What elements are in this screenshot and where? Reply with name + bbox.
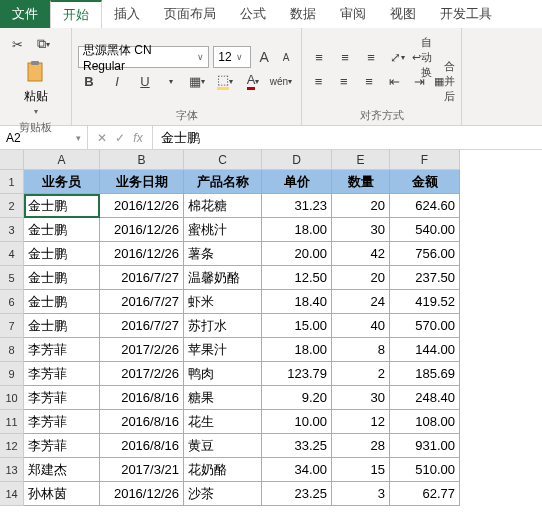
cell-B2[interactable]: 2016/12/26 [100, 194, 184, 218]
cell-E12[interactable]: 28 [332, 434, 390, 458]
header-cell[interactable]: 金额 [390, 170, 460, 194]
col-head-C[interactable]: C [184, 150, 262, 170]
cell-E4[interactable]: 42 [332, 242, 390, 266]
cell-D13[interactable]: 34.00 [262, 458, 332, 482]
cell-A6[interactable]: 金士鹏 [24, 290, 100, 314]
header-cell[interactable]: 产品名称 [184, 170, 262, 194]
tab-layout[interactable]: 页面布局 [152, 0, 228, 28]
row-head-9[interactable]: 9 [0, 362, 24, 386]
col-head-D[interactable]: D [262, 150, 332, 170]
row-head-11[interactable]: 11 [0, 410, 24, 434]
cell-C6[interactable]: 虾米 [184, 290, 262, 314]
indent-inc-icon[interactable]: ⇥ [409, 70, 430, 92]
font-name-combo[interactable]: 思源黑体 CN Regular∨ [78, 46, 209, 68]
cell-B4[interactable]: 2016/12/26 [100, 242, 184, 266]
cell-F14[interactable]: 62.77 [390, 482, 460, 506]
tab-data[interactable]: 数据 [278, 0, 328, 28]
cell-C11[interactable]: 花生 [184, 410, 262, 434]
cell-C4[interactable]: 薯条 [184, 242, 262, 266]
fill-color-button[interactable]: ⬚▾ [214, 70, 236, 92]
row-head-1[interactable]: 1 [0, 170, 24, 194]
row-head-10[interactable]: 10 [0, 386, 24, 410]
row-head-6[interactable]: 6 [0, 290, 24, 314]
cell-E8[interactable]: 8 [332, 338, 390, 362]
row-head-8[interactable]: 8 [0, 338, 24, 362]
row-head-13[interactable]: 13 [0, 458, 24, 482]
cell-B14[interactable]: 2016/12/26 [100, 482, 184, 506]
tab-devtools[interactable]: 开发工具 [428, 0, 504, 28]
cancel-icon[interactable]: ✕ [94, 131, 110, 145]
cell-F11[interactable]: 108.00 [390, 410, 460, 434]
cell-E11[interactable]: 12 [332, 410, 390, 434]
align-bottom-icon[interactable]: ≡ [360, 46, 382, 68]
cell-C8[interactable]: 苹果汁 [184, 338, 262, 362]
cell-A4[interactable]: 金士鹏 [24, 242, 100, 266]
tab-file[interactable]: 文件 [0, 0, 50, 28]
cell-C12[interactable]: 黄豆 [184, 434, 262, 458]
cell-A13[interactable]: 郑建杰 [24, 458, 100, 482]
row-head-14[interactable]: 14 [0, 482, 24, 506]
row-head-2[interactable]: 2 [0, 194, 24, 218]
cell-B13[interactable]: 2017/3/21 [100, 458, 184, 482]
cell-C2[interactable]: 棉花糖 [184, 194, 262, 218]
col-head-F[interactable]: F [390, 150, 460, 170]
col-head-A[interactable]: A [24, 150, 100, 170]
row-head-3[interactable]: 3 [0, 218, 24, 242]
cell-E10[interactable]: 30 [332, 386, 390, 410]
cell-B7[interactable]: 2016/7/27 [100, 314, 184, 338]
cell-A14[interactable]: 孙林茵 [24, 482, 100, 506]
cell-E3[interactable]: 30 [332, 218, 390, 242]
phonetic-button[interactable]: wén▾ [270, 70, 292, 92]
cell-C3[interactable]: 蜜桃汁 [184, 218, 262, 242]
cell-F7[interactable]: 570.00 [390, 314, 460, 338]
cell-B6[interactable]: 2016/7/27 [100, 290, 184, 314]
cell-D14[interactable]: 23.25 [262, 482, 332, 506]
header-cell[interactable]: 数量 [332, 170, 390, 194]
row-head-4[interactable]: 4 [0, 242, 24, 266]
cell-F4[interactable]: 756.00 [390, 242, 460, 266]
align-top-icon[interactable]: ≡ [308, 46, 330, 68]
font-color-button[interactable]: A▾ [242, 70, 264, 92]
cell-C10[interactable]: 糖果 [184, 386, 262, 410]
cell-D6[interactable]: 18.40 [262, 290, 332, 314]
cell-A12[interactable]: 李芳菲 [24, 434, 100, 458]
border-button[interactable]: ▦▾ [186, 70, 208, 92]
cell-F8[interactable]: 144.00 [390, 338, 460, 362]
bold-button[interactable]: B [78, 70, 100, 92]
grow-font-icon[interactable]: A [255, 48, 273, 66]
cell-C5[interactable]: 温馨奶酪 [184, 266, 262, 290]
cell-D11[interactable]: 10.00 [262, 410, 332, 434]
copy-icon[interactable]: ⧉▾ [32, 33, 54, 55]
shrink-font-icon[interactable]: A [277, 48, 295, 66]
cell-D8[interactable]: 18.00 [262, 338, 332, 362]
cell-B10[interactable]: 2016/8/16 [100, 386, 184, 410]
col-head-B[interactable]: B [100, 150, 184, 170]
cell-E13[interactable]: 15 [332, 458, 390, 482]
header-cell[interactable]: 业务日期 [100, 170, 184, 194]
cell-B8[interactable]: 2017/2/26 [100, 338, 184, 362]
chevron-down-icon[interactable]: ▾ [162, 72, 180, 90]
tab-insert[interactable]: 插入 [102, 0, 152, 28]
cell-D10[interactable]: 9.20 [262, 386, 332, 410]
cell-A7[interactable]: 金士鹏 [24, 314, 100, 338]
cell-D3[interactable]: 18.00 [262, 218, 332, 242]
cell-B9[interactable]: 2017/2/26 [100, 362, 184, 386]
align-right-icon[interactable]: ≡ [358, 70, 379, 92]
cell-A11[interactable]: 李芳菲 [24, 410, 100, 434]
header-cell[interactable]: 业务员 [24, 170, 100, 194]
align-left-icon[interactable]: ≡ [308, 70, 329, 92]
cell-A9[interactable]: 李芳菲 [24, 362, 100, 386]
orientation-icon[interactable]: ⤢▾ [386, 46, 408, 68]
header-cell[interactable]: 单价 [262, 170, 332, 194]
cell-C7[interactable]: 苏打水 [184, 314, 262, 338]
col-head-E[interactable]: E [332, 150, 390, 170]
cell-F5[interactable]: 237.50 [390, 266, 460, 290]
row-head-5[interactable]: 5 [0, 266, 24, 290]
font-size-combo[interactable]: 12∨ [213, 46, 251, 68]
cell-A8[interactable]: 李芳菲 [24, 338, 100, 362]
cell-E14[interactable]: 3 [332, 482, 390, 506]
cell-E7[interactable]: 40 [332, 314, 390, 338]
align-middle-icon[interactable]: ≡ [334, 46, 356, 68]
cell-F3[interactable]: 540.00 [390, 218, 460, 242]
italic-button[interactable]: I [106, 70, 128, 92]
